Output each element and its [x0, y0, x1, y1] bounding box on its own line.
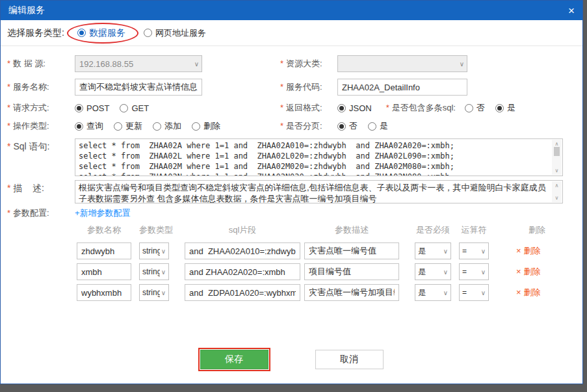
param-desc-input[interactable] — [304, 263, 399, 280]
service-type-row: 选择服务类型: 数据服务 网页地址服务 — [1, 20, 582, 46]
radio-unselected-icon — [465, 104, 473, 112]
radio-post[interactable]: POST — [75, 103, 109, 113]
radio-get[interactable]: GET — [120, 103, 149, 113]
close-icon[interactable]: × — [568, 5, 575, 16]
radio-selected-icon — [75, 122, 83, 131]
radio-selected-icon — [337, 104, 346, 112]
radio-unselected-icon — [368, 122, 376, 131]
chevron-down-icon: ∨ — [481, 248, 486, 255]
scroll-up-icon[interactable]: ∧ — [555, 141, 559, 147]
cancel-button[interactable]: 取消 — [315, 350, 384, 369]
scroll-up-icon[interactable]: ∧ — [555, 183, 559, 189]
chevron-down-icon: ∨ — [443, 289, 448, 296]
param-type-select[interactable]: string∨ — [139, 284, 169, 301]
radio-add[interactable]: 添加 — [153, 120, 181, 132]
chevron-down-icon: ∨ — [161, 289, 166, 296]
service-name-label: *服务名称: — [7, 81, 75, 93]
x-icon: × — [516, 246, 521, 255]
save-button[interactable]: 保存 — [200, 350, 268, 369]
radio-unselected-icon — [114, 122, 122, 131]
edit-service-dialog: 编辑服务 × 选择服务类型: 数据服务 网页地址服务 *数 据 源: 192.1… — [0, 0, 583, 384]
required-select[interactable]: 是∨ — [415, 263, 451, 280]
scroll-down-icon[interactable]: ∨ — [555, 168, 559, 174]
param-type-select[interactable]: string∨ — [139, 242, 169, 259]
radio-selected-icon — [495, 104, 504, 112]
scrollbar[interactable]: ∧ ∨ — [552, 140, 562, 175]
form-body: *数 据 源: 192.168.88.55 ∨ *资源大类: ∨ *服务名称: — [1, 46, 582, 350]
param-config-label: *参数配置: — [7, 207, 75, 219]
delete-param-button[interactable]: ×删除 — [516, 245, 558, 257]
service-name-input[interactable] — [75, 79, 202, 96]
param-desc-input[interactable] — [304, 242, 399, 259]
radio-delete[interactable]: 删除 — [192, 120, 220, 132]
service-type-label: 选择服务类型: — [7, 27, 64, 39]
operator-select[interactable]: =∨ — [459, 263, 489, 280]
radio-pagination-yes[interactable]: 是 — [368, 120, 388, 132]
chevron-down-icon: ∨ — [481, 268, 486, 276]
scroll-down-icon[interactable]: ∨ — [555, 195, 559, 201]
radio-pagination-no[interactable]: 否 — [337, 120, 358, 132]
radio-unselected-icon — [144, 29, 152, 37]
radio-selected-icon — [337, 122, 346, 131]
resource-category-label: *资源大类: — [280, 58, 337, 70]
x-icon: × — [516, 267, 521, 276]
radio-update[interactable]: 更新 — [114, 120, 142, 132]
chevron-down-icon: ∨ — [161, 248, 166, 255]
dialog-titlebar: 编辑服务 × — [1, 1, 582, 20]
radio-unselected-icon — [153, 122, 161, 131]
service-code-input[interactable] — [337, 79, 467, 96]
param-desc-input[interactable] — [304, 284, 399, 301]
chevron-down-icon: ∨ — [161, 268, 166, 276]
dialog-title: 编辑服务 — [8, 5, 568, 16]
radio-multi-sql-yes[interactable]: 是 — [495, 102, 515, 114]
description-textarea[interactable]: 根据灾害点编号和项目类型查询不稳定斜坡灾害点的详细信息,包括详细信息表、子表以及… — [75, 180, 563, 203]
required-select[interactable]: 是∨ — [415, 242, 451, 259]
scrollbar[interactable]: ∧ ∨ — [552, 181, 562, 202]
x-icon: × — [516, 287, 521, 297]
operator-select[interactable]: =∨ — [459, 242, 489, 259]
data-source-label: *数 据 源: — [7, 58, 75, 70]
operator-select[interactable]: =∨ — [459, 284, 489, 301]
radio-web-url-service[interactable]: 网页地址服务 — [144, 27, 206, 39]
add-param-link[interactable]: +新增参数配置 — [75, 207, 131, 219]
radio-query[interactable]: 查询 — [75, 120, 103, 132]
param-row: string∨ 是∨ =∨ ×删除 — [77, 284, 582, 301]
radio-selected-icon — [77, 29, 86, 37]
sql-fragment-input[interactable] — [185, 242, 300, 259]
scrollbar-thumb[interactable] — [554, 147, 560, 156]
resource-category-select[interactable]: ∨ — [337, 55, 467, 72]
delete-param-button[interactable]: ×删除 — [516, 287, 558, 298]
radio-unselected-icon — [192, 122, 200, 131]
param-table-header: 参数名称 参数类型 sql片段 参数描述 是否必须 运算符 删除 — [77, 224, 582, 236]
sql-fragment-input[interactable] — [185, 263, 300, 280]
param-row: string∨ 是∨ =∨ ×删除 — [77, 263, 582, 280]
radio-json[interactable]: JSON — [337, 103, 372, 113]
required-select[interactable]: 是∨ — [415, 284, 451, 301]
chevron-down-icon: ∨ — [460, 60, 464, 68]
param-name-input[interactable] — [77, 284, 131, 301]
request-method-label: *请求方式: — [7, 102, 75, 114]
delete-param-button[interactable]: ×删除 — [516, 266, 558, 278]
param-table: 参数名称 参数类型 sql片段 参数描述 是否必须 运算符 删除 string∨… — [77, 224, 582, 301]
description-label: *描 述: — [7, 180, 75, 194]
chevron-down-icon: ∨ — [443, 248, 448, 255]
return-format-label: *返回格式: — [280, 102, 337, 114]
multi-sql-label: *是否包含多条sql: — [386, 102, 456, 114]
chevron-down-icon: ∨ — [443, 268, 448, 276]
sql-fragment-input[interactable] — [185, 284, 300, 301]
operation-type-label: *操作类型: — [7, 120, 75, 132]
chevron-down-icon: ∨ — [481, 289, 486, 296]
param-row: string∨ 是∨ =∨ ×删除 — [77, 242, 582, 259]
radio-multi-sql-no[interactable]: 否 — [465, 102, 485, 114]
sql-label: *Sql 语句: — [7, 138, 75, 153]
radio-unselected-icon — [120, 104, 128, 112]
chevron-down-icon: ∨ — [194, 60, 199, 68]
radio-selected-icon — [75, 104, 83, 112]
data-source-select[interactable]: 192.168.88.55 ∨ — [75, 55, 202, 72]
param-type-select[interactable]: string∨ — [139, 263, 169, 280]
param-name-input[interactable] — [77, 242, 131, 259]
radio-data-service[interactable]: 数据服务 — [73, 27, 129, 39]
sql-textarea[interactable]: select * from ZHAA02A where 1=1 and ZHAA… — [75, 138, 563, 176]
service-code-label: *服务代码: — [280, 81, 337, 93]
param-name-input[interactable] — [77, 263, 131, 280]
